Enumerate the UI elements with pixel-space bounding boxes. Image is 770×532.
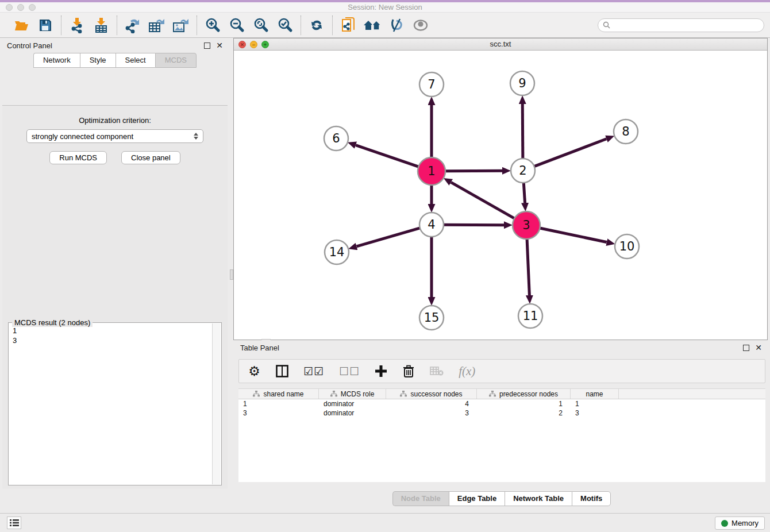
column-type-icon	[253, 391, 260, 397]
control-panel-float-icon[interactable]	[204, 43, 210, 49]
split-panel-icon[interactable]	[276, 365, 288, 377]
edge-4-3[interactable]	[444, 225, 504, 225]
network-window-close-icon[interactable]: ✕	[238, 41, 246, 48]
cell-name[interactable]: 1	[571, 399, 619, 408]
graph-node-label-7: 7	[428, 78, 435, 91]
cell-successor-nodes[interactable]: 4	[386, 399, 477, 408]
column-header-name[interactable]: name	[571, 389, 619, 399]
graph-node-label-14: 14	[329, 245, 345, 259]
edge-2-9[interactable]	[522, 104, 523, 159]
window-title: Session: New Session	[0, 2, 770, 12]
export-network-icon[interactable]	[122, 16, 143, 35]
graph-node-label-2: 2	[519, 164, 526, 178]
control-panel-tab-bar: NetworkStyleSelectMCDS	[0, 53, 230, 68]
dropdown-arrows-icon	[194, 133, 198, 140]
mcds-result-group: MCDS result (2 nodes) 1 3	[8, 322, 222, 485]
close-panel-button[interactable]: Close panel	[121, 151, 180, 164]
memory-status-icon	[721, 520, 728, 527]
import-table-icon[interactable]	[91, 16, 111, 35]
control-panel-tab-select[interactable]: Select	[116, 53, 155, 68]
node-table: shared nameMCDS rolesuccessor nodesprede…	[238, 388, 765, 482]
zoom-out-icon[interactable]	[226, 16, 247, 35]
table-tab-edge-table[interactable]: Edge Table	[449, 491, 505, 506]
cell-predecessor-nodes[interactable]: 1	[477, 399, 571, 408]
export-table-icon[interactable]	[147, 16, 167, 35]
network-window-minimize-icon[interactable]: −	[250, 41, 257, 48]
cell-name[interactable]: 3	[571, 408, 619, 418]
mcds-result-scrollbar[interactable]	[212, 323, 221, 484]
run-mcds-button[interactable]: Run MCDS	[49, 151, 107, 164]
edge-1-2[interactable]	[445, 171, 502, 171]
hide-details-icon[interactable]	[386, 16, 407, 35]
edge-4-14[interactable]	[357, 228, 420, 246]
open-file-icon[interactable]	[11, 16, 32, 35]
task-history-button[interactable]	[7, 516, 21, 529]
cell-MCDS-role[interactable]: dominator	[319, 399, 386, 408]
deselect-all-checkboxes-icon[interactable]: ☐☐	[339, 365, 360, 378]
control-panel-tab-style[interactable]: Style	[80, 53, 116, 68]
clone-network-icon[interactable]	[338, 16, 359, 35]
home-layout-icon[interactable]	[362, 16, 383, 35]
window-minimize-button[interactable]	[17, 4, 24, 11]
network-window-titlebar[interactable]: ✕ − + scc.txt	[234, 38, 767, 51]
import-network-icon[interactable]	[67, 16, 87, 35]
edge-3-1[interactable]	[451, 182, 514, 218]
delete-column-trash-icon[interactable]	[402, 365, 415, 378]
zoom-selected-icon[interactable]	[275, 16, 295, 35]
search-icon	[603, 21, 610, 29]
table-toolbar: ⚙ ☑☑ ☐☐ f(x)	[238, 359, 765, 383]
list-icon	[10, 519, 19, 527]
table-panel-close-icon[interactable]: ✕	[755, 345, 762, 351]
table-row[interactable]: 3dominator323	[238, 408, 765, 418]
control-panel-close-icon[interactable]: ✕	[216, 43, 223, 49]
table-options-gear-icon[interactable]: ⚙	[248, 364, 261, 379]
edge-2-3[interactable]	[523, 183, 525, 203]
table-tab-network-table[interactable]: Network Table	[505, 491, 572, 506]
cell-successor-nodes[interactable]: 3	[386, 408, 477, 418]
cell-predecessor-nodes[interactable]: 2	[477, 408, 571, 418]
table-tab-node-table[interactable]: Node Table	[392, 491, 449, 506]
table-tab-bar: Node TableEdge TableNetwork TableMotifs	[233, 491, 770, 506]
edge-3-11[interactable]	[527, 239, 529, 295]
column-header-predecessor-nodes[interactable]: predecessor nodes	[477, 389, 571, 399]
column-header-successor-nodes[interactable]: successor nodes	[386, 389, 477, 399]
select-all-checkboxes-icon[interactable]: ☑☑	[303, 365, 324, 378]
edge-2-8[interactable]	[534, 139, 607, 167]
table-row[interactable]: 1dominator411	[238, 399, 765, 408]
graph-node-label-11: 11	[523, 309, 538, 323]
window-traffic-lights[interactable]	[6, 4, 36, 11]
memory-button[interactable]: Memory	[715, 516, 765, 530]
refresh-icon[interactable]	[306, 16, 327, 35]
window-close-button[interactable]	[6, 4, 13, 11]
optimization-criterion-select[interactable]: strongly connected component	[26, 129, 203, 143]
delete-table-icon	[430, 366, 444, 376]
search-input[interactable]	[613, 21, 759, 29]
control-panel-tab-mcds[interactable]: MCDS	[155, 53, 197, 68]
add-column-icon[interactable]	[375, 365, 387, 377]
graph-node-label-4: 4	[428, 218, 435, 232]
edge-3-10[interactable]	[540, 228, 606, 242]
mcds-result-text[interactable]: 1 3	[9, 323, 212, 484]
cell-shared-name[interactable]: 3	[238, 408, 319, 418]
cell-shared-name[interactable]: 1	[238, 399, 319, 408]
control-panel-tab-network[interactable]: Network	[33, 53, 80, 68]
network-canvas[interactable]: 7968124314101511	[234, 51, 767, 340]
zoom-fit-icon[interactable]	[251, 16, 271, 35]
table-tab-motifs[interactable]: Motifs	[572, 491, 611, 506]
network-graph[interactable]: 7968124314101511	[234, 51, 767, 340]
zoom-in-icon[interactable]	[202, 16, 223, 35]
table-panel: Table Panel ✕ ⚙ ☑☑ ☐☐ f(x)	[233, 340, 770, 513]
network-window-maximize-icon[interactable]: +	[261, 41, 269, 48]
graph-node-label-6: 6	[332, 132, 340, 145]
table-panel-float-icon[interactable]	[743, 345, 749, 351]
window-maximize-button[interactable]	[29, 4, 36, 11]
column-header-shared-name[interactable]: shared name	[238, 389, 319, 399]
save-session-icon[interactable]	[35, 16, 56, 35]
column-type-icon	[330, 391, 337, 397]
search-box[interactable]	[598, 18, 764, 32]
cell-MCDS-role[interactable]: dominator	[319, 408, 386, 418]
eye-icon[interactable]	[410, 16, 431, 35]
column-header-MCDS-role[interactable]: MCDS role	[319, 389, 386, 399]
export-image-icon[interactable]	[171, 16, 191, 35]
edge-1-6[interactable]	[356, 145, 418, 167]
